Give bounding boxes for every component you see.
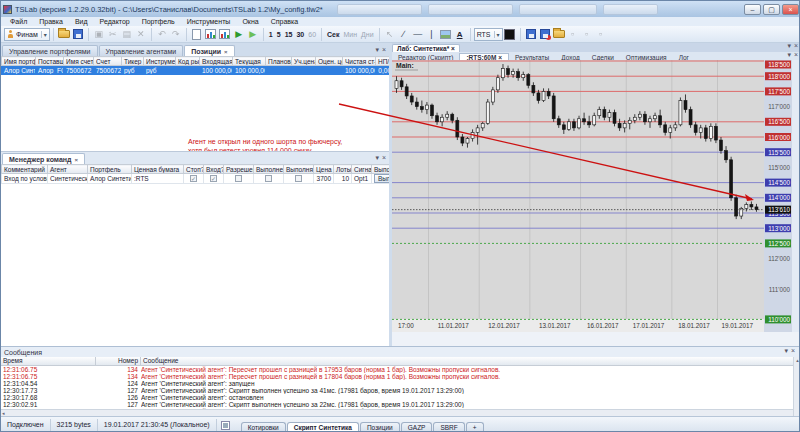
message-row[interactable]: 12:30:17.73127Агент 'Синтетический агент… — [1, 387, 800, 394]
open-folder-icon[interactable] — [57, 27, 71, 41]
menu-3[interactable]: Редактор — [95, 18, 135, 25]
close-icon[interactable]: × — [794, 51, 798, 59]
menu-5[interactable]: Инструменты — [182, 18, 236, 25]
copy-icon[interactable]: ▣ — [92, 27, 106, 41]
open-layout-icon[interactable] — [552, 27, 566, 41]
tf-1[interactable]: 1 — [267, 31, 275, 38]
run-step-icon[interactable]: ▶ — [246, 27, 260, 41]
redo-icon[interactable]: ↷ — [169, 27, 183, 41]
workspace-tab-скрипт-синтетика[interactable]: Скрипт Синтетика — [287, 422, 359, 432]
pin-icon[interactable]: ▾ — [784, 347, 788, 355]
text-tool-icon[interactable]: A — [453, 27, 467, 41]
close-icon[interactable]: × — [224, 49, 228, 55]
candle-body — [684, 101, 687, 110]
close-icon[interactable]: × — [382, 154, 386, 162]
pin-icon[interactable]: ▾ — [375, 46, 379, 54]
execute-button[interactable]: Выпо — [374, 174, 390, 183]
close-button[interactable]: × — [782, 4, 799, 15]
candle-body — [496, 78, 499, 90]
chart-columns-icon[interactable] — [204, 27, 218, 41]
vline-tool-icon[interactable]: ❘ — [425, 27, 439, 41]
paste-icon[interactable]: ▤ — [120, 27, 134, 41]
chevron-down-icon: ▾ — [494, 31, 500, 38]
image-tool-icon[interactable] — [439, 27, 453, 41]
tab-управление-агентами[interactable]: Управление агентами — [99, 45, 184, 56]
menu-6[interactable]: Окна — [237, 18, 263, 25]
traffic-bytes: 3215 bytes — [51, 419, 98, 431]
pin-icon[interactable]: ▾ — [787, 42, 791, 50]
pin-icon[interactable]: ▾ — [375, 154, 379, 162]
export-chart-icon[interactable] — [218, 27, 232, 41]
candlestick-chart[interactable]: 118'500118'000117'500116'500116'000115'5… — [392, 60, 800, 346]
undo-icon[interactable]: ↶ — [155, 27, 169, 41]
grid-1-icon[interactable]: ▫ — [566, 27, 580, 41]
message-row[interactable]: 12:30:02.91127Агент 'Синтетический агент… — [1, 401, 800, 408]
layout-icon[interactable] — [221, 421, 230, 430]
messages-vscrollbar[interactable]: ▴ — [793, 357, 800, 417]
done-checkbox[interactable] — [265, 175, 272, 182]
trend-line-tool-icon[interactable]: ∕ — [397, 27, 411, 41]
lots-cell: 10 — [334, 174, 352, 184]
executing-checkbox[interactable] — [295, 175, 302, 182]
workspace-tab-sbrf[interactable]: SBRF — [433, 422, 464, 432]
price-chip-label: 110'000 — [768, 316, 790, 323]
tab-позиции[interactable]: Позиции× — [184, 45, 234, 56]
close-icon[interactable]: × — [75, 157, 79, 163]
save-icon[interactable] — [71, 27, 85, 41]
message-row[interactable]: 12:31:06.75134Агент 'Синтетический агент… — [1, 373, 800, 380]
close-icon[interactable]: × — [791, 347, 795, 355]
positions-row[interactable]: Алор СинтетикаАлор_FORTS75006727500672ру… — [2, 66, 410, 75]
workspace-tab-gazp[interactable]: GAZP — [401, 422, 433, 432]
message-row[interactable]: 12:31:06.75134Агент 'Синтетический агент… — [1, 366, 800, 373]
menu-1[interactable]: Правка — [34, 18, 68, 25]
command-row[interactable]: Вход по условиюСинтетическийАлор Синтети… — [2, 174, 390, 184]
candle-body — [664, 125, 667, 133]
command-manager-tab[interactable]: Менеджер команд× — [2, 153, 85, 164]
lab-doc-tab[interactable]: Лаб: Синтетика* × — [392, 44, 460, 52]
cut-icon[interactable]: ✂ — [106, 27, 120, 41]
tab-управление-портфелями[interactable]: Управление портфелями — [2, 45, 98, 56]
candle-body — [704, 128, 707, 139]
candle-body — [659, 116, 662, 125]
menu-0[interactable]: Файл — [5, 18, 32, 25]
workspace-tab-позиции[interactable]: Позиции — [360, 422, 400, 432]
grid-3-icon[interactable]: ▫ — [594, 27, 608, 41]
tf-60[interactable]: 60 — [306, 31, 318, 38]
maximize-button[interactable]: ▢ — [763, 4, 780, 15]
menu-4[interactable]: Портфель — [137, 18, 180, 25]
close-icon[interactable]: × — [382, 46, 386, 54]
close-icon[interactable]: × — [794, 42, 798, 50]
unit-sec[interactable]: Сек — [325, 31, 341, 38]
hline-tool-icon[interactable]: — — [411, 27, 425, 41]
pin-icon[interactable]: ▾ — [787, 51, 791, 59]
menu-7[interactable]: Справка — [266, 18, 303, 25]
minimize-button[interactable]: – — [744, 4, 761, 15]
unit-days[interactable]: Дни — [359, 31, 376, 38]
grid-2-icon[interactable]: ▫ — [580, 27, 594, 41]
symbol-combo[interactable]: RTS▾ — [474, 28, 503, 41]
tf-15[interactable]: 15 — [283, 31, 295, 38]
workspace-tab-котировки[interactable]: Котировки — [241, 422, 286, 432]
allowed-checkbox[interactable] — [235, 175, 242, 182]
save-layout-icon[interactable] — [524, 27, 538, 41]
entry-checkbox[interactable]: ✓ — [210, 175, 217, 182]
message-number: 126 — [96, 394, 141, 401]
new-sheet-icon[interactable] — [190, 27, 204, 41]
candle-body — [603, 110, 606, 118]
close-icon[interactable]: × — [451, 45, 455, 52]
connection-combo[interactable]: Финам ▾ — [4, 28, 50, 41]
stop-checkbox[interactable]: ✓ — [190, 175, 197, 182]
delete-icon[interactable]: ✕ — [134, 27, 148, 41]
message-row[interactable]: 12:31:04.54124Агент 'Синтетический агент… — [1, 380, 800, 387]
color-swatch[interactable] — [503, 27, 517, 41]
unit-min[interactable]: Мин — [341, 31, 359, 38]
messages-hscrollbar[interactable]: ◂ — [1, 409, 793, 416]
pointer-tool-icon[interactable]: ↖ — [383, 27, 397, 41]
run-agent-icon[interactable]: ▶ — [232, 27, 246, 41]
tf-5[interactable]: 5 — [275, 31, 283, 38]
save-all-icon[interactable] — [538, 27, 552, 41]
message-row[interactable]: 12:30:17.68126Агент 'Синтетический агент… — [1, 394, 800, 401]
menu-2[interactable]: Вид — [70, 18, 93, 25]
workspace-tab--[interactable]: + — [466, 422, 484, 432]
tf-30[interactable]: 30 — [294, 31, 306, 38]
